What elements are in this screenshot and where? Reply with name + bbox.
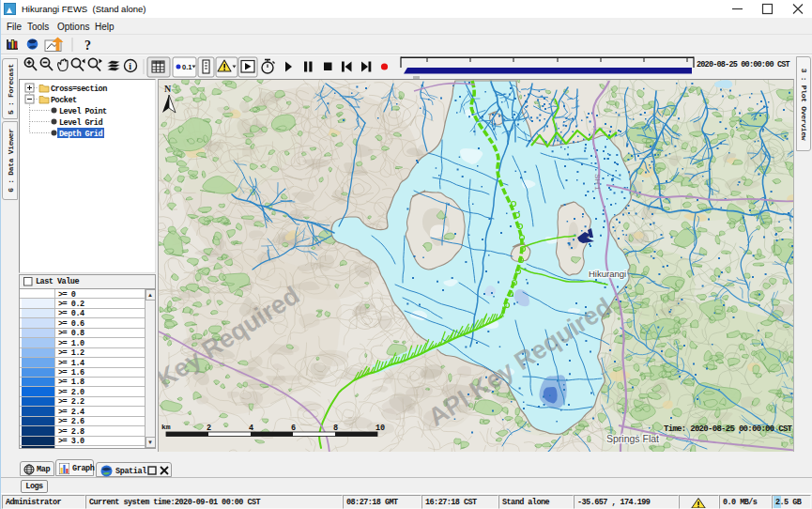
svg-text:i: i xyxy=(129,61,131,71)
svg-text:SH 1: SH 1 xyxy=(593,174,602,191)
svg-text:8: 8 xyxy=(333,424,338,433)
svg-text:Level Point: Level Point xyxy=(59,107,107,116)
svg-text:4: 4 xyxy=(249,424,253,433)
svg-text:?: ? xyxy=(84,39,91,53)
svg-text:Springs Flat: Springs Flat xyxy=(606,433,659,444)
svg-text:10: 10 xyxy=(375,424,385,433)
svg-text:km: km xyxy=(161,423,171,431)
svg-text:Hikurangi: Hikurangi xyxy=(589,269,626,279)
svg-text:Level Grid: Level Grid xyxy=(59,118,102,128)
svg-text:Cross=section: Cross=section xyxy=(51,85,107,94)
svg-text:0.1: 0.1 xyxy=(182,63,192,71)
svg-text:Time: 2020-08-25 00:00:00 CST: Time: 2020-08-25 00:00:00 CST xyxy=(664,424,793,434)
svg-text:N: N xyxy=(164,84,172,94)
svg-text:2: 2 xyxy=(207,424,211,433)
svg-text:Pocket: Pocket xyxy=(51,96,77,105)
svg-text:6: 6 xyxy=(291,424,296,433)
svg-text:Depth Grid: Depth Grid xyxy=(59,130,102,139)
